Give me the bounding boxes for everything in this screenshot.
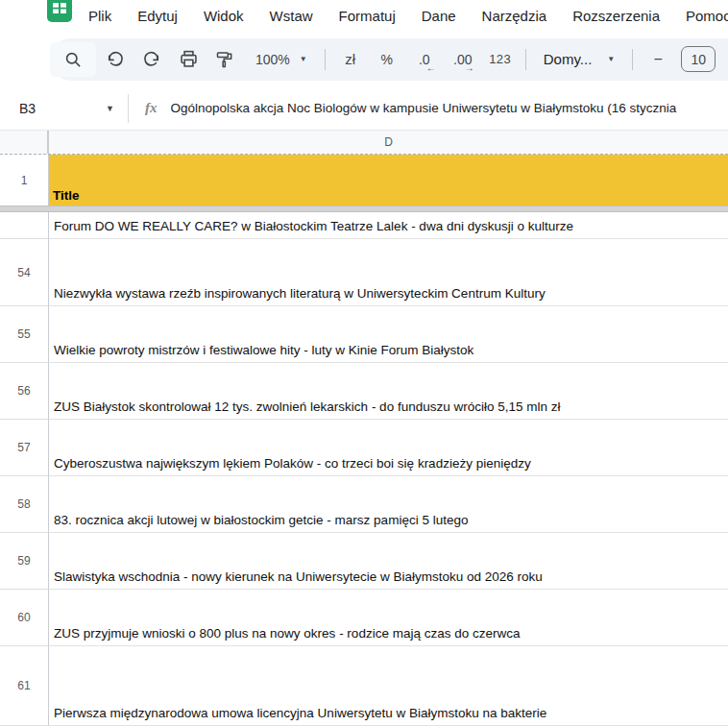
- row-header[interactable]: 61: [0, 646, 49, 726]
- toolbar-divider: [632, 49, 633, 70]
- corner-stub[interactable]: [0, 131, 49, 154]
- formula-input[interactable]: Ogólnopolska akcja Noc Biologów w kampus…: [171, 101, 728, 115]
- number-format-icon: 123: [489, 52, 511, 66]
- chevron-down-icon[interactable]: ▼: [106, 104, 114, 113]
- sheets-window: Plik Edytuj Widok Wstaw Formatuj Dane Na…: [0, 0, 728, 726]
- cell[interactable]: Niezwykła wystawa rzeźb inspirowanych li…: [49, 239, 728, 306]
- column-header-d[interactable]: D: [49, 131, 728, 154]
- increase-decimal-button[interactable]: .00 →: [445, 42, 481, 77]
- cell[interactable]: Pierwsza międzynarodowa umowa licencyjna…: [49, 646, 728, 726]
- cell[interactable]: Slawistyka wschodnia - nowy kierunek na …: [49, 533, 728, 590]
- cell-text: Wielkie powroty mistrzów i festiwalowe h…: [54, 343, 473, 357]
- arrow-left-icon: ←: [426, 62, 436, 73]
- frozen-row-divider[interactable]: [0, 206, 728, 212]
- sheets-logo-icon[interactable]: [46, 0, 73, 23]
- redo-button[interactable]: [134, 42, 169, 77]
- cell-reference: B3: [19, 101, 106, 116]
- table-row: 55 Wielkie powroty mistrzów i festiwalow…: [0, 306, 728, 363]
- row-header[interactable]: 54: [0, 239, 49, 306]
- rows-container: Forum DO WE REALLY CARE? w Białostockim …: [0, 212, 728, 726]
- cell-text: Slawistyka wschodnia - nowy kierunek na …: [54, 569, 543, 584]
- search-icon: [63, 50, 83, 69]
- font-size-input[interactable]: 10: [681, 46, 716, 72]
- row-header[interactable]: 56: [0, 363, 49, 420]
- row-header[interactable]: 55: [0, 306, 49, 363]
- toolbar-pill: 100% ▼ zł % .0 ← .00 → 123 Dom: [50, 38, 728, 81]
- cell-text: Niezwykła wystawa rzeźb inspirowanych li…: [54, 286, 546, 301]
- cell[interactable]: 83. rocznica akcji lutowej w białostocki…: [49, 476, 728, 533]
- toolbar: 100% ▼ zł % .0 ← .00 → 123 Dom: [0, 32, 728, 86]
- title-header-cell[interactable]: Title: [49, 155, 728, 206]
- table-row: 54 Niezwykła wystawa rzeźb inspirowanych…: [0, 239, 728, 306]
- row-header[interactable]: 60: [0, 590, 49, 646]
- decrease-decimal-button[interactable]: .0 ←: [406, 42, 443, 77]
- cell[interactable]: Wielkie powroty mistrzów i festiwalowe h…: [49, 306, 728, 363]
- row-header[interactable]: 57: [0, 420, 49, 476]
- table-row: 57 Cyberoszustwa największym lękiem Pola…: [0, 420, 728, 476]
- currency-format-button[interactable]: zł: [333, 42, 368, 77]
- table-row: 56 ZUS Białystok skontrolował 12 tys. zw…: [0, 363, 728, 420]
- cell[interactable]: ZUS przyjmuje wnioski o 800 plus na nowy…: [49, 590, 728, 646]
- toolbar-divider: [525, 49, 526, 70]
- redo-icon: [142, 50, 161, 69]
- menu-item-edytuj[interactable]: Edytuj: [137, 8, 178, 24]
- zoom-control[interactable]: 100% ▼: [244, 42, 317, 77]
- menu-item-rozszerzenia[interactable]: Rozszerzenia: [572, 8, 660, 24]
- table-row: 59 Slawistyka wschodnia - nowy kierunek …: [0, 533, 728, 590]
- fx-icon: fx: [145, 100, 158, 116]
- cell-text: Pierwsza międzynarodowa umowa licencyjna…: [54, 706, 546, 720]
- row-header-1[interactable]: 1: [0, 155, 49, 206]
- cell-text: 83. rocznica akcji lutowej w białostocki…: [54, 513, 468, 527]
- cell[interactable]: Forum DO WE REALLY CARE? w Białostockim …: [49, 212, 728, 239]
- chevron-down-icon: ▼: [300, 56, 307, 63]
- chevron-down-icon: ▼: [607, 56, 615, 63]
- column-header-row: D: [0, 131, 728, 155]
- menu-item-widok[interactable]: Widok: [204, 8, 244, 24]
- menu-item-pomoc[interactable]: Pomoc: [686, 8, 728, 24]
- formula-bar: B3 ▼ fx Ogólnopolska akcja Noc Biologów …: [0, 86, 728, 131]
- font-selector[interactable]: Domy... ▼: [534, 42, 624, 77]
- menu-bar: Plik Edytuj Widok Wstaw Formatuj Dane Na…: [0, 0, 728, 32]
- cell-text: Cyberoszustwa największym lękiem Polaków…: [54, 456, 531, 471]
- row-header[interactable]: 58: [0, 476, 49, 533]
- percent-icon: %: [381, 52, 393, 67]
- menu-item-plik[interactable]: Plik: [88, 8, 111, 24]
- cell-text: Forum DO WE REALLY CARE? w Białostockim …: [54, 219, 573, 233]
- formula-bar-divider: [128, 94, 129, 123]
- name-box[interactable]: B3 ▼: [0, 86, 128, 130]
- menu-item-formatuj[interactable]: Formatuj: [339, 8, 396, 24]
- percent-format-button[interactable]: %: [370, 42, 404, 77]
- row-header[interactable]: [0, 212, 49, 239]
- menu-item-narzedzia[interactable]: Narzędzia: [482, 8, 547, 24]
- cell-text: ZUS Białystok skontrolował 12 tys. zwoln…: [54, 399, 560, 414]
- font-name: Domy...: [544, 51, 593, 67]
- table-row: 61 Pierwsza międzynarodowa umowa licency…: [0, 646, 728, 726]
- paint-format-button[interactable]: [207, 42, 242, 77]
- zoom-level: 100%: [255, 52, 290, 67]
- toolbar-divider: [325, 49, 326, 70]
- menu-item-wstaw[interactable]: Wstaw: [270, 8, 313, 24]
- number-format-button[interactable]: 123: [483, 42, 518, 77]
- cell-text: ZUS przyjmuje wnioski o 800 plus na nowy…: [54, 626, 520, 641]
- table-row: 60 ZUS przyjmuje wnioski o 800 plus na n…: [0, 590, 728, 646]
- currency-icon: zł: [345, 51, 355, 67]
- minus-icon: −: [654, 51, 663, 68]
- undo-icon: [106, 50, 125, 69]
- cell[interactable]: Cyberoszustwa największym lękiem Polaków…: [49, 420, 728, 476]
- table-row: Forum DO WE REALLY CARE? w Białostockim …: [0, 212, 728, 239]
- row-header[interactable]: 59: [0, 533, 49, 590]
- paint-roller-icon: [215, 50, 234, 69]
- menu-item-dane[interactable]: Dane: [422, 8, 456, 24]
- print-icon: [179, 49, 199, 69]
- undo-button[interactable]: [98, 42, 133, 77]
- cell[interactable]: ZUS Białystok skontrolował 12 tys. zwoln…: [49, 363, 728, 420]
- search-button[interactable]: [50, 42, 96, 77]
- arrow-right-icon: →: [465, 62, 474, 73]
- decrease-font-size-button[interactable]: −: [641, 42, 675, 77]
- header-row: 1 Title: [0, 155, 728, 206]
- table-row: 58 83. rocznica akcji lutowej w białosto…: [0, 476, 728, 533]
- spreadsheet-grid: D 1 Title Forum DO WE REALLY CARE? w Bia…: [0, 131, 728, 726]
- print-button[interactable]: [171, 42, 206, 77]
